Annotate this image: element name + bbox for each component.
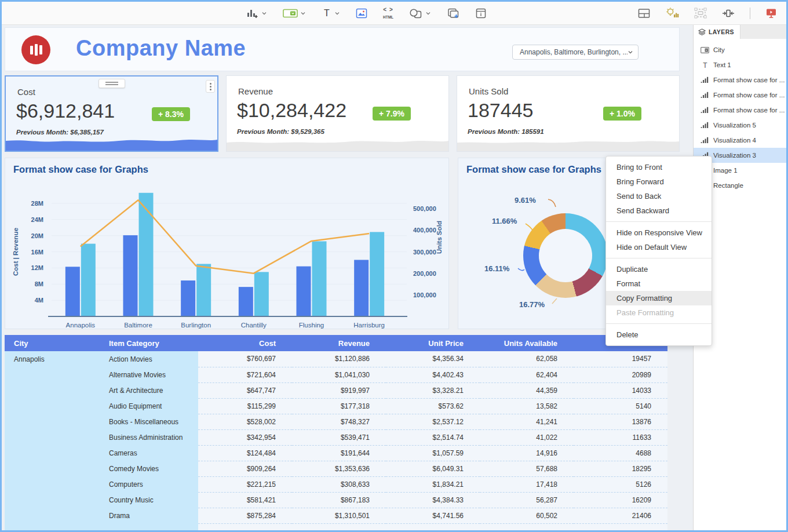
layer-item-visualization-4[interactable]: Visualization 4 bbox=[694, 133, 786, 148]
insert-chart-icon bbox=[246, 8, 259, 19]
table-row[interactable]: Audio Equipment$115,299$177,318$573.6213… bbox=[5, 398, 667, 414]
svg-text:Baltimore: Baltimore bbox=[124, 322, 152, 329]
insert-image-button[interactable] bbox=[356, 8, 367, 19]
svg-text:T: T bbox=[324, 8, 330, 18]
donut-hole bbox=[539, 229, 592, 282]
svg-text:28M: 28M bbox=[31, 200, 43, 207]
table-row[interactable]: AnnapolisAction Movies$760,697$1,120,886… bbox=[5, 351, 667, 367]
table-cell-units_available: 44,359 bbox=[480, 382, 574, 398]
table-cell-cost: $342,954 bbox=[198, 429, 292, 445]
table-row[interactable]: Country Music$581,421$867,183$4,384.3356… bbox=[5, 492, 667, 508]
table-cell-empty bbox=[5, 523, 104, 530]
insert-chart-button[interactable] bbox=[246, 8, 267, 19]
svg-text:12M: 12M bbox=[31, 264, 43, 271]
insert-shape-button[interactable] bbox=[409, 8, 431, 19]
chevron-down-icon bbox=[628, 49, 633, 55]
table-cell-revenue: $539,471 bbox=[292, 429, 386, 445]
table-header-city[interactable]: City bbox=[5, 335, 104, 351]
kpi-card-revenue[interactable]: Revenue $10,284,422 + 7.9% Previous Mont… bbox=[226, 75, 449, 152]
table-header-item-category[interactable]: Item Category bbox=[104, 335, 198, 351]
menu-item-bring-to-front[interactable]: Bring to Front bbox=[606, 160, 712, 174]
city-filter-select[interactable]: Annapolis, Baltimore, Burlington, ... bbox=[512, 45, 639, 60]
layer-item-format-show-case-for[interactable]: Format show case for ... bbox=[694, 88, 786, 103]
table-cell-category: Business Administration bbox=[104, 429, 198, 445]
table-cell-units_sold: 13876 bbox=[574, 414, 667, 429]
table-cell-units_available: 56,287 bbox=[480, 492, 574, 508]
insights-button[interactable] bbox=[665, 7, 679, 19]
table-row[interactable]: Computers$221,215$308,633$1,834.2117,418… bbox=[5, 476, 667, 492]
table-cell-units_sold: 19457 bbox=[574, 351, 667, 367]
kpi-card-cost[interactable]: Cost $6,912,841 + 8.3% Previous Month: $… bbox=[5, 75, 218, 152]
layer-item-city[interactable]: City bbox=[694, 42, 786, 57]
table-row[interactable]: Books - Miscellaneous$528,002$748,327$2,… bbox=[5, 414, 667, 429]
present-icon bbox=[765, 8, 777, 19]
table-header-revenue[interactable]: Revenue bbox=[292, 335, 386, 351]
duplicate-widget-button[interactable] bbox=[447, 8, 459, 19]
drag-handle[interactable] bbox=[99, 79, 125, 88]
dashboard-canvas: Company Name Annapolis, Baltimore, Burli… bbox=[2, 25, 693, 530]
table-header-cost[interactable]: Cost bbox=[198, 335, 292, 351]
svg-text:Cost | Revenue: Cost | Revenue bbox=[12, 228, 19, 276]
svg-text:Units Sold: Units Sold bbox=[436, 221, 443, 254]
layer-item-label: Visualization 3 bbox=[713, 152, 756, 159]
table-cell-category: Action Movies bbox=[104, 351, 198, 367]
layers-header-filler bbox=[740, 25, 786, 39]
layers-tab[interactable]: LAYERS bbox=[694, 25, 740, 39]
app-window: T < > HTML bbox=[0, 0, 788, 532]
table-row-partial bbox=[5, 523, 667, 530]
info-widget-button[interactable] bbox=[475, 8, 487, 19]
menu-item-hide-on-responsive-view[interactable]: Hide on Responsive View bbox=[606, 225, 712, 240]
table-row[interactable]: Drama$875,284$1,310,501$4,741.5660,50221… bbox=[5, 508, 667, 523]
menu-item-bring-forward[interactable]: Bring Forward bbox=[606, 174, 712, 189]
layer-item-text-1[interactable]: TText 1 bbox=[694, 57, 786, 72]
kpi-previous: Previous Month: 185591 bbox=[468, 128, 544, 135]
insert-widget-icon bbox=[283, 8, 298, 19]
table-cell-units_available: 62,404 bbox=[480, 367, 574, 382]
svg-text:Burlington: Burlington bbox=[181, 322, 211, 329]
layer-item-visualization-5[interactable]: Visualization 5 bbox=[694, 118, 786, 133]
data-table-widget[interactable]: CityItem CategoryCostRevenueUnit PriceUn… bbox=[5, 335, 667, 530]
fit-width-button[interactable] bbox=[722, 8, 735, 19]
table-row[interactable]: Art & Architecture$647,747$919,997$3,328… bbox=[5, 382, 667, 398]
menu-item-hide-on-default-view[interactable]: Hide on Default View bbox=[606, 240, 712, 254]
dashboard-header: Company Name Annapolis, Baltimore, Burli… bbox=[5, 27, 680, 71]
table-cell-units_sold: 18295 bbox=[574, 461, 667, 476]
table-cell-cost: $909,264 bbox=[198, 461, 292, 476]
layer-item-format-show-case-for[interactable]: Format show case for ... bbox=[694, 103, 786, 118]
kpi-card-units-sold[interactable]: Units Sold 187445 + 1.0% Previous Month:… bbox=[457, 75, 680, 152]
menu-item-copy-formatting[interactable]: Copy Formatting bbox=[606, 291, 712, 305]
bar-revenue bbox=[370, 232, 384, 316]
insert-text-button[interactable]: T bbox=[322, 8, 340, 19]
table-row[interactable]: Business Administration$342,954$539,471$… bbox=[5, 429, 667, 445]
combo-chart-widget[interactable]: Format show case for Graphs 4M8M12M16M20… bbox=[5, 158, 449, 329]
menu-item-send-to-back[interactable]: Send to Back bbox=[606, 189, 712, 203]
toolbar-insert-group: T < > HTML bbox=[246, 7, 487, 20]
layer-item-format-show-case-for[interactable]: Format show case for ... bbox=[694, 72, 786, 88]
group-button[interactable] bbox=[694, 8, 707, 19]
kebab-menu-icon[interactable] bbox=[206, 80, 215, 93]
menu-item-format[interactable]: Format bbox=[606, 276, 712, 291]
text-icon: T bbox=[701, 61, 709, 69]
menu-item-send-backward[interactable]: Send Backward bbox=[606, 203, 712, 218]
table-header-unit-price[interactable]: Unit Price bbox=[386, 335, 480, 351]
menu-item-delete[interactable]: Delete bbox=[606, 327, 712, 342]
table-cell-category: Art & Architecture bbox=[104, 382, 198, 398]
kpi-value: 187445 bbox=[468, 99, 533, 122]
table-row[interactable]: Alternative Movies$721,604$1,041,030$4,4… bbox=[5, 367, 667, 382]
menu-item-duplicate[interactable]: Duplicate bbox=[606, 262, 712, 276]
kpi-label: Cost bbox=[17, 87, 35, 97]
table-row[interactable]: Comedy Movies$909,264$1,353,636$6,049.31… bbox=[5, 461, 667, 476]
svg-text:24M: 24M bbox=[31, 216, 43, 223]
kpi-delta-badge: + 1.0% bbox=[603, 107, 641, 121]
insert-html-button[interactable]: < > HTML bbox=[383, 7, 393, 20]
kpi-delta-badge: + 7.9% bbox=[373, 107, 411, 121]
table-row[interactable]: Cameras$124,484$191,644$1,057.5914,91646… bbox=[5, 445, 667, 461]
table-cell-revenue: $177,318 bbox=[292, 398, 386, 414]
present-button[interactable] bbox=[765, 8, 777, 19]
layout-button[interactable] bbox=[638, 8, 650, 19]
table-cell-revenue: $1,041,030 bbox=[292, 367, 386, 382]
insert-shape-icon bbox=[409, 8, 423, 19]
insert-image-icon bbox=[356, 8, 367, 19]
table-header-units-available[interactable]: Units Available bbox=[480, 335, 574, 351]
insert-widget-button[interactable] bbox=[283, 8, 306, 19]
